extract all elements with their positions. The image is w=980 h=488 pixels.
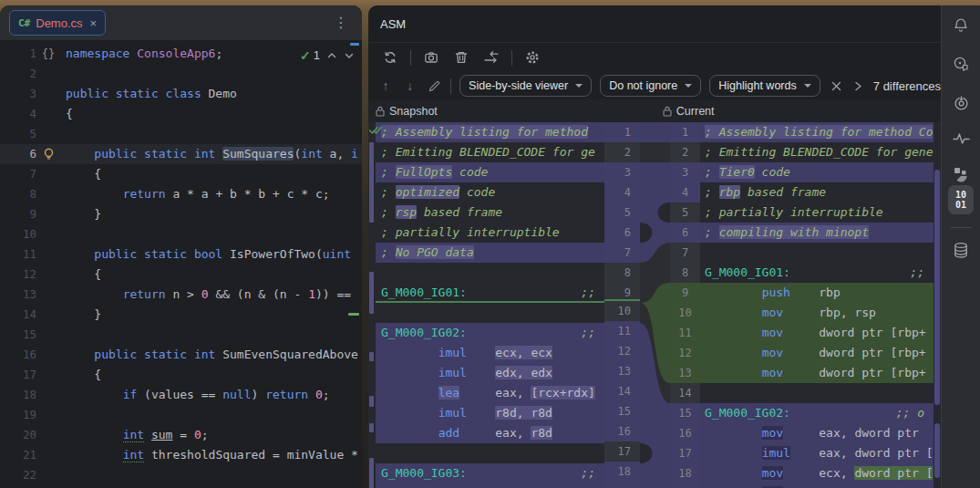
editor-tab-bar: C# Demo.cs × ⋮ <box>0 5 362 41</box>
code-text: return a * a + b * b + c * c; <box>60 184 362 204</box>
code-text <box>60 325 362 345</box>
line-number: 17 <box>0 365 36 385</box>
line-number: 18 <box>604 462 640 482</box>
settings-gear-icon[interactable] <box>522 47 542 67</box>
notifications-bell-icon[interactable] <box>948 13 974 38</box>
current-line-numbers: 123456789101112131415161718 <box>670 122 700 488</box>
snapshot-line-numbers: 123456789101112131415161718 <box>604 122 640 488</box>
line-number: 9 <box>604 283 640 301</box>
right-pane-scrollbar[interactable] <box>934 122 941 488</box>
chevron-down-icon <box>685 84 692 88</box>
code-text: public static int SumEvenSquaredAbove <box>60 345 362 365</box>
line-number: 15 <box>670 403 700 423</box>
close-icon[interactable]: × <box>90 16 98 30</box>
diff-row: ; rbp based frame <box>700 182 934 202</box>
code-line: 13 return n > 0 && (n & (n - 1)) == <box>0 285 362 305</box>
diff-row <box>376 303 604 323</box>
diff-row: ; partially interruptible <box>700 202 934 223</box>
diff-row: mov rbp, rsp <box>700 303 934 323</box>
snapshot-camera-icon[interactable] <box>421 47 441 67</box>
binary-1001-badge: 1001 <box>948 185 974 214</box>
line-number: 17 <box>604 441 640 462</box>
line-number: 9 <box>0 204 36 224</box>
next-problem-button[interactable] <box>344 50 355 61</box>
tab-demo-cs[interactable]: C# Demo.cs × <box>9 10 106 36</box>
viewer-mode-dropdown[interactable]: Side-by-side viewer <box>459 75 592 97</box>
code-editor[interactable]: 1{}namespace ConsoleApp6;23public static… <box>0 41 362 488</box>
line-number: 8 <box>670 263 700 283</box>
line-number: 14 <box>604 381 640 401</box>
line-number: 18 <box>670 463 700 483</box>
collapse-icon[interactable] <box>829 76 845 96</box>
gutter-spacer <box>36 265 60 285</box>
code-text: { <box>60 104 362 124</box>
diff-row: imul edx, edx <box>376 363 604 383</box>
database-icon[interactable] <box>948 237 974 263</box>
gutter-spacer <box>36 104 60 124</box>
panel-title: ASM <box>380 17 406 31</box>
kebab-menu-icon[interactable]: ⋮ <box>331 12 351 32</box>
expand-chevron-right-icon[interactable] <box>852 76 862 96</box>
gutter-spacer <box>36 244 60 265</box>
line-number: 7 <box>0 164 36 184</box>
chevron-down-icon <box>804 84 811 88</box>
line-number: 12 <box>670 343 700 363</box>
prev-problem-button[interactable] <box>326 50 337 61</box>
asm-viewer-icon-active[interactable]: 1001 <box>948 185 974 214</box>
diff-row: ; optimized code <box>376 182 604 202</box>
code-line: 8 return a * a + b * b + c * c; <box>0 184 362 204</box>
line-number: 18 <box>0 385 36 405</box>
line-number: 8 <box>604 263 640 283</box>
code-line: 14 } <box>0 305 362 325</box>
gutter-spacer <box>36 84 60 104</box>
scrollbar-change-mark-green[interactable] <box>348 313 359 316</box>
highlight-mode-dropdown[interactable]: Highlight words <box>709 75 820 97</box>
gutter-spacer <box>36 64 60 84</box>
line-number: 3 <box>0 84 36 104</box>
previous-difference-icon[interactable]: ↑ <box>377 76 394 96</box>
code-text: if (values == null) return 0; <box>60 385 362 405</box>
line-number: 6 <box>604 223 640 243</box>
differences-count: 7 differences <box>873 79 941 93</box>
code-line: 4{ <box>0 104 362 124</box>
ignore-policy-dropdown[interactable]: Do not ignore <box>600 75 701 97</box>
edit-pencil-icon[interactable] <box>427 76 443 96</box>
diff-row <box>376 483 604 488</box>
diff-row: ; compiling with minopt <box>700 223 934 243</box>
stripe-separator <box>951 227 972 228</box>
diff-row: mov dword ptr [rbp+ <box>700 363 934 383</box>
line-number: 3 <box>670 162 700 182</box>
line-number: 7 <box>604 243 640 263</box>
current-pane[interactable]: ; Assembly listing for method Co; Emitti… <box>700 122 934 488</box>
line-number: 1 <box>604 122 640 142</box>
ai-assistant-icon[interactable] <box>948 51 974 77</box>
diff-row <box>376 443 604 463</box>
code-line: 22 <box>0 465 362 485</box>
snapshot-pane[interactable]: ; Assembly listing for method; Emitting … <box>376 122 604 488</box>
code-text: int thresholdSquared = minValue * <box>60 445 362 465</box>
diff-row: G_M000_IG03:;; <box>376 463 604 483</box>
left-pane-scrollbar[interactable] <box>368 122 376 488</box>
next-difference-icon[interactable]: ↓ <box>402 76 418 96</box>
line-number: 16 <box>670 423 700 443</box>
scrollbar-error-stripe-blue[interactable] <box>350 43 359 46</box>
profiler-target-icon[interactable] <box>948 90 974 116</box>
compare-swap-icon[interactable] <box>481 47 501 67</box>
code-line: 21 int thresholdSquared = minValue * <box>0 445 362 465</box>
line-number: 13 <box>670 363 700 383</box>
gutter-spacer <box>36 285 60 305</box>
diff-row: mov [ <box>700 483 934 488</box>
code-folding-braces-icon: {} <box>36 44 60 64</box>
line-number: 1 <box>670 122 700 142</box>
code-text: public static bool IsPowerOfTwo(uint <box>60 244 362 265</box>
line-number <box>604 482 640 488</box>
delete-trash-icon[interactable] <box>451 47 471 67</box>
diff-row: add eax, r8d <box>376 423 604 443</box>
code-text: public static class Demo <box>60 84 362 104</box>
refresh-icon[interactable] <box>380 47 400 67</box>
line-number: 12 <box>0 265 36 285</box>
dotcover-icon[interactable] <box>948 161 974 187</box>
monitoring-pulse-icon[interactable] <box>948 126 974 151</box>
editor-window: C# Demo.cs × ⋮ 1{}namespace ConsoleApp6;… <box>0 5 362 488</box>
gutter-spacer <box>36 465 60 485</box>
